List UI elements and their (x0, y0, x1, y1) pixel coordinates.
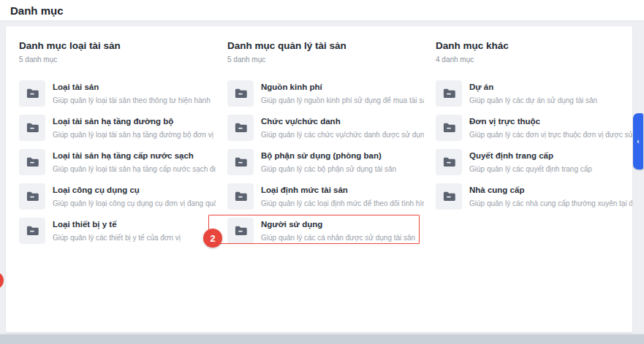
column-count: 5 danh mục (227, 55, 424, 64)
category-item-text: Chức vụ/chức danh Giúp quản lý các chức … (261, 115, 424, 139)
category-item-title: Loại công cụ dụng cụ (53, 186, 216, 195)
panel-collapse-tab[interactable]: ‹ (633, 113, 643, 169)
folder-icon (19, 218, 45, 244)
folder-icon (436, 183, 462, 210)
category-column: Danh mục khác 4 danh mục Dự án Giúp quản… (430, 34, 638, 332)
category-item[interactable]: Loại tài sản hạ tầng cấp nước sạch Giúp … (19, 149, 216, 175)
category-item-title: Chức vụ/chức danh (261, 117, 424, 126)
category-item-text: Nhà cung cấp Giúp quản lý các nhà cung c… (469, 183, 632, 208)
column-count: 4 danh mục (436, 55, 632, 64)
category-item-text: Loại thiết bị y tế Giúp quản lý các thiế… (53, 218, 181, 242)
category-item-description: Giúp quản lý các loại định mức để theo d… (261, 199, 424, 208)
category-item-description: Giúp quản lý loại công cụ dụng cụ đơn vị… (53, 199, 216, 208)
category-item-description: Giúp quản lý các quyết định trang cấp (469, 165, 592, 174)
category-item-title: Loại thiết bị y tế (53, 220, 181, 229)
categories-card: Danh mục loại tài sản 5 danh mục Loại tà… (6, 26, 632, 332)
category-item-title: Dự án (469, 83, 597, 92)
category-item-title: Loại tài sản hạ tầng đường bộ (53, 117, 216, 126)
category-item-title: Người sử dụng (261, 220, 415, 229)
category-item-text: Bộ phận sử dụng (phòng ban) Giúp quản lý… (261, 149, 396, 174)
chevron-left-icon: ‹ (637, 138, 639, 145)
step-badge: 2 (203, 229, 222, 248)
category-item[interactable]: Chức vụ/chức danh Giúp quản lý các chức … (227, 115, 424, 141)
category-item-title: Loại tài sản hạ tầng cấp nước sạch (53, 151, 216, 161)
category-item-text: Nguồn kinh phí Giúp quản lý nguồn kinh p… (261, 80, 424, 105)
category-item[interactable]: Loại công cụ dụng cụ Giúp quản lý loại c… (19, 183, 216, 210)
folder-icon (436, 115, 462, 141)
category-item-description: Giúp quản lý các đơn vị trực thuộc đơn v… (469, 131, 632, 139)
category-item-title: Loại định mức tài sản (261, 186, 424, 195)
category-item-description: Giúp quản lý loại tài sản hạ tầng cấp nư… (53, 165, 216, 174)
category-item-description: Giúp quản lý nguồn kinh phí sử dụng để m… (261, 96, 424, 105)
column-item-list: Nguồn kinh phí Giúp quản lý nguồn kinh p… (227, 80, 424, 244)
folder-icon (227, 80, 254, 107)
folder-icon (19, 115, 45, 141)
column-title: Danh mục quản lý tài sản (227, 39, 424, 52)
category-item-title: Bộ phận sử dụng (phòng ban) (261, 151, 396, 161)
category-item-title: Nhà cung cấp (469, 186, 632, 195)
category-item[interactable]: Người sử dụng Giúp quản lý các cá nhân đ… (227, 218, 424, 244)
category-item[interactable]: Đơn vị trực thuộc Giúp quản lý các đơn v… (436, 115, 632, 141)
category-item-text: Người sử dụng Giúp quản lý các cá nhân đ… (261, 218, 415, 242)
category-item[interactable]: Nhà cung cấp Giúp quản lý các nhà cung c… (436, 183, 632, 210)
folder-icon (227, 183, 254, 210)
category-item-description: Giúp quản lý loại tài sản hạ tầng đường … (53, 131, 216, 139)
category-item-title: Quyết định trang cấp (469, 151, 592, 161)
category-item[interactable]: Bộ phận sử dụng (phòng ban) Giúp quản lý… (227, 149, 424, 175)
column-item-list: Dự án Giúp quản lý các dự án sử dụng tài… (436, 80, 632, 210)
category-item-description: Giúp quản lý các thiết bị y tế của đơn v… (53, 234, 181, 242)
category-item[interactable]: Loại tài sản hạ tầng đường bộ Giúp quản … (19, 115, 216, 141)
folder-icon (227, 218, 254, 244)
category-item[interactable]: Loại tài sản Giúp quản lý loại tài sản t… (19, 80, 216, 107)
column-title: Danh mục loại tài sản (19, 39, 216, 52)
category-item[interactable]: Nguồn kinh phí Giúp quản lý nguồn kinh p… (227, 80, 424, 107)
category-item-title: Nguồn kinh phí (261, 83, 424, 92)
category-item[interactable]: Loại thiết bị y tế Giúp quản lý các thiế… (19, 218, 216, 244)
page-header: Danh mục (0, 0, 644, 21)
folder-icon (19, 80, 45, 107)
partial-annotation-circle (0, 272, 4, 289)
folder-icon (436, 149, 462, 175)
category-item-text: Loại tài sản hạ tầng cấp nước sạch Giúp … (53, 149, 216, 174)
category-item-text: Quyết định trang cấp Giúp quản lý các qu… (469, 149, 592, 174)
category-item-text: Dự án Giúp quản lý các dự án sử dụng tài… (469, 80, 597, 105)
column-count: 5 danh mục (19, 55, 216, 64)
category-item-title: Loại tài sản (53, 83, 211, 92)
category-column: Danh mục quản lý tài sản 5 danh mục Nguồ… (221, 34, 430, 332)
category-column: Danh mục loại tài sản 5 danh mục Loại tà… (13, 34, 221, 332)
page-title: Danh mục (10, 4, 64, 17)
category-item-text: Loại định mức tài sản Giúp quản lý các l… (261, 183, 424, 208)
folder-icon (19, 149, 45, 175)
column-title: Danh mục khác (436, 39, 632, 52)
category-item-description: Giúp quản lý loại tài sản theo thông tư … (53, 96, 211, 105)
category-item-text: Loại tài sản hạ tầng đường bộ Giúp quản … (53, 115, 216, 139)
category-item-text: Loại công cụ dụng cụ Giúp quản lý loại c… (53, 183, 216, 208)
bottom-scrollbar-track (0, 334, 644, 344)
category-item-description: Giúp quản lý các dự án sử dụng tài sản (469, 96, 597, 105)
category-item[interactable]: Loại định mức tài sản Giúp quản lý các l… (227, 183, 424, 210)
folder-icon (227, 149, 254, 175)
folder-icon (436, 80, 462, 107)
category-item-description: Giúp quản lý các chức vụ/chức danh được … (261, 131, 424, 139)
category-item-title: Đơn vị trực thuộc (469, 117, 632, 126)
column-item-list: Loại tài sản Giúp quản lý loại tài sản t… (19, 80, 216, 244)
category-item[interactable]: Dự án Giúp quản lý các dự án sử dụng tài… (436, 80, 632, 107)
category-item[interactable]: Quyết định trang cấp Giúp quản lý các qu… (436, 149, 632, 175)
category-item-description: Giúp quản lý các cá nhân được sử dụng tà… (261, 234, 415, 242)
folder-icon (227, 115, 254, 141)
category-item-description: Giúp quản lý các bộ phận sử dụng tài sản (261, 165, 396, 174)
category-item-text: Đơn vị trực thuộc Giúp quản lý các đơn v… (469, 115, 632, 139)
folder-icon (19, 183, 45, 210)
category-item-text: Loại tài sản Giúp quản lý loại tài sản t… (53, 80, 211, 105)
category-item-description: Giúp quản lý các nhà cung cấp thường xuy… (469, 199, 632, 208)
